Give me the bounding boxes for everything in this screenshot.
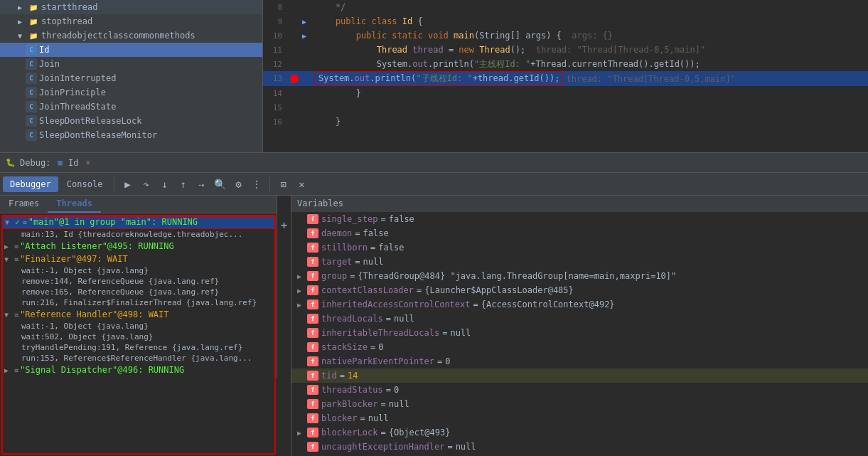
var-daemon[interactable]: f daemon = false xyxy=(291,226,868,240)
close-debug-btn[interactable]: ✕ xyxy=(293,176,310,193)
tab-debugger[interactable]: Debugger xyxy=(3,176,58,192)
var-stillborn[interactable]: f stillborn = false xyxy=(291,240,868,255)
var-group[interactable]: ▶ f group = {ThreadGroup@484} "java.lang… xyxy=(291,269,868,283)
more-btn[interactable]: ⋮ xyxy=(248,176,265,193)
tree-sleepmonitor[interactable]: C SleepDontReleaseMonitor xyxy=(0,128,262,142)
threads-panel: Frames Threads ▼ ✓ ≡ "main"@1 in group "… xyxy=(0,196,277,378)
code-line-13: 13 System.out.println("子线程Id: "+thread.g… xyxy=(263,71,868,86)
tree-jointhreadstate-label: JoinThreadState xyxy=(39,102,116,112)
class-icon3: C xyxy=(26,73,37,84)
debug-panel: 🐛 Debug: ■ Id × Debugger Console ▶ ↷ ↓ ↑… xyxy=(0,153,868,456)
var-contextclassloader[interactable]: ▶ f contextClassLoader = {Launcher$AppCl… xyxy=(291,283,868,297)
threads-outer: Frames Threads ▼ ✓ ≡ "main"@1 in group "… xyxy=(0,196,277,456)
debug-file-icon: ■ xyxy=(58,158,63,167)
thread-main-label: "main"@1 in group "main": RUNNING xyxy=(28,217,198,227)
tree-jointhreadstate[interactable]: C JoinThreadState xyxy=(0,100,262,114)
code-line-16: 16 } xyxy=(263,115,868,129)
folder-icon3: 📁 xyxy=(28,30,39,41)
thread-refhandler-frame-0[interactable]: wait:-1, Object {java.lang} xyxy=(16,321,275,332)
thread-main: ▼ ✓ ≡ "main"@1 in group "main": RUNNING … xyxy=(1,215,275,240)
thread-refhandler-frame-1[interactable]: wait:502, Object {java.lang} xyxy=(16,332,275,342)
var-blockerlock[interactable]: ▶ f blockerLock = {Object@493} xyxy=(291,425,868,440)
var-f-icon14: f xyxy=(307,399,318,409)
var-f-icon17: f xyxy=(307,442,318,452)
tab-frames[interactable]: Frames xyxy=(0,196,48,213)
run-to-cursor-btn[interactable]: ⇢ xyxy=(193,176,210,193)
tree-stopthread[interactable]: ▶ 📁 stopthread xyxy=(0,14,262,28)
code-line-9: 9 ▶ public class Id { xyxy=(263,14,868,28)
toolbar-separator2 xyxy=(269,177,270,191)
var-f-icon9: f xyxy=(307,328,318,338)
breakpoint-dot[interactable] xyxy=(290,75,299,83)
thread-icon-finalizer: ≡ xyxy=(14,255,18,263)
thread-finalizer-header[interactable]: ▼ ≡ "Finalizer"@497: WAIT xyxy=(1,253,275,265)
var-f-icon3: f xyxy=(307,243,318,253)
code-line-12: 12 System.out.println("主线程Id: "+Thread.c… xyxy=(263,57,868,71)
tab-console[interactable]: Console xyxy=(60,176,110,192)
thread-finalizer-frame-0[interactable]: wait:-1, Object {java.lang} xyxy=(16,265,275,276)
evaluate-btn[interactable]: 🔍 xyxy=(211,176,228,193)
variables-header: Variables xyxy=(291,196,868,212)
tree-startthread[interactable]: ▶ 📁 startthread xyxy=(0,0,262,14)
add-btn[interactable]: + xyxy=(281,218,288,232)
expand-main-icon: ▼ xyxy=(5,218,14,226)
thread-finalizer-frame-2[interactable]: remove:165, ReferenceQueue {java.lang.re… xyxy=(16,287,275,297)
thread-refhandler: ▼ ≡ "Reference Handler"@498: WAIT wait:-… xyxy=(1,308,275,364)
step-into-btn[interactable]: ↓ xyxy=(156,176,173,193)
var-inheritedacc[interactable]: ▶ f inheritedAccessControlContext = {Acc… xyxy=(291,297,868,312)
thread-icon-refhandler: ≡ xyxy=(14,311,18,319)
var-blocker[interactable]: f blocker = null xyxy=(291,411,868,425)
thread-main-header[interactable]: ▼ ✓ ≡ "main"@1 in group "main": RUNNING xyxy=(1,215,275,229)
settings-btn[interactable]: ⚙ xyxy=(230,176,247,193)
thread-refhandler-header[interactable]: ▼ ≡ "Reference Handler"@498: WAIT xyxy=(1,308,275,321)
code-line-15: 15 xyxy=(263,100,868,115)
thread-refhandler-frame-2[interactable]: tryHandlePending:191, Reference {java.la… xyxy=(16,342,275,353)
var-target[interactable]: f target = null xyxy=(291,255,868,269)
var-inheritablethreadlocals[interactable]: f inheritableThreadLocals = null xyxy=(291,326,868,340)
var-tid[interactable]: f tid = 14 xyxy=(291,368,868,383)
step-over-btn[interactable]: ↷ xyxy=(137,176,154,193)
var-stacksize[interactable]: f stackSize = 0 xyxy=(291,340,868,354)
var-single_step[interactable]: f single_step = false xyxy=(291,212,868,226)
tree-sleepdontrelease[interactable]: C SleepDontReleaseLock xyxy=(0,114,262,128)
debug-icon: 🐛 xyxy=(6,158,16,167)
thread-finalizer-frame-3[interactable]: run:216, Finalizer$FinalizerThread {java… xyxy=(16,297,275,308)
class-icon2: C xyxy=(26,58,37,70)
var-threadlocals[interactable]: f threadLocals = null xyxy=(291,312,868,326)
step-out-btn[interactable]: ↑ xyxy=(174,176,191,193)
var-nativeparkeventpointer[interactable]: f nativeParkEventPointer = 0 xyxy=(291,354,868,368)
debug-close-icon[interactable]: × xyxy=(85,158,90,167)
thread-attach-header[interactable]: ▶ ≡ "Attach Listener"@495: RUNNING xyxy=(1,240,275,253)
thread-finalizer-label: "Finalizer"@497: WAIT xyxy=(20,254,128,264)
restore-btn[interactable]: ⊡ xyxy=(274,176,291,193)
var-f-icon8: f xyxy=(307,314,318,324)
tree-id[interactable]: C Id xyxy=(0,43,262,57)
thread-icon-signal: ≡ xyxy=(14,366,18,374)
tree-threadobject[interactable]: ▼ 📁 threadobjectclasscommonmethods xyxy=(0,28,262,43)
tree-joininterrupted-label: JoinInterrupted xyxy=(39,73,116,83)
var-parkblocker[interactable]: f parkBlocker = null xyxy=(291,397,868,411)
debug-tab-label: Id xyxy=(68,158,78,168)
tab-threads[interactable]: Threads xyxy=(48,196,101,213)
thread-main-body: main:13, Id {threadcoreknowledge.threado… xyxy=(1,229,275,240)
tree-join[interactable]: C Join xyxy=(0,57,262,71)
thread-icon-main: ≡ xyxy=(23,218,27,226)
resume-btn[interactable]: ▶ xyxy=(119,176,136,193)
thread-signal: ▶ ≡ "Signal Dispatcher"@496: RUNNING xyxy=(1,364,275,376)
thread-signal-header[interactable]: ▶ ≡ "Signal Dispatcher"@496: RUNNING xyxy=(1,364,275,376)
folder-icon: 📁 xyxy=(28,1,39,13)
tree-join-label: Join xyxy=(39,59,60,69)
var-threadstatus[interactable]: f threadStatus = 0 xyxy=(291,383,868,397)
thread-main-frame-0[interactable]: main:13, Id {threadcoreknowledge.threado… xyxy=(16,229,275,240)
code-line-10: 10 ▶ public static void main(String[] ar… xyxy=(263,28,868,43)
variables-panel: Variables f single_step = false f daemon… xyxy=(291,196,868,456)
thread-refhandler-frame-3[interactable]: run:153, Reference$ReferenceHandler {jav… xyxy=(16,353,275,364)
thread-finalizer-frame-1[interactable]: remove:144, ReferenceQueue {java.lang.re… xyxy=(16,276,275,287)
var-uncaughtexception[interactable]: f uncaughtExceptionHandler = null xyxy=(291,440,868,454)
arrow-down-icon: ▼ xyxy=(14,30,26,41)
tree-joinprinciple[interactable]: C JoinPrinciple xyxy=(0,85,262,100)
tree-sleepdontrelease-label: SleepDontReleaseLock xyxy=(39,116,142,126)
tree-joininterrupted[interactable]: C JoinInterrupted xyxy=(0,71,262,85)
code-line-8: 8 */ xyxy=(263,0,868,14)
var-f-icon12: f xyxy=(307,371,318,381)
